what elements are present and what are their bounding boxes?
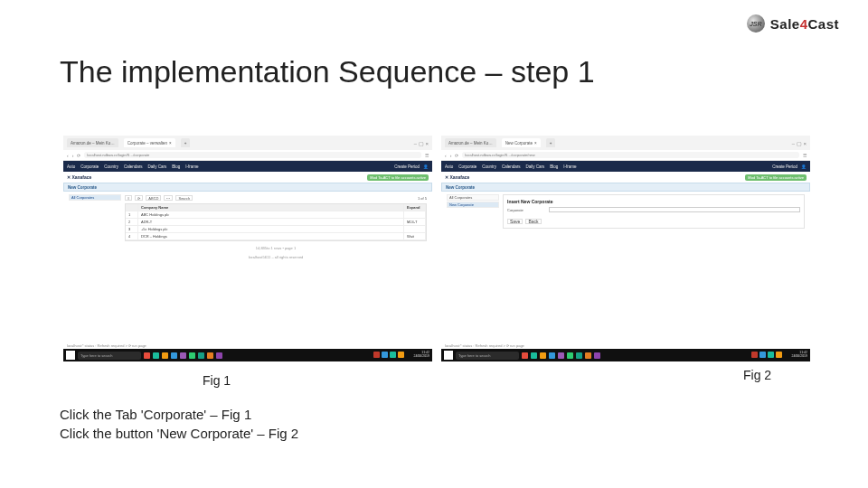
tray-icon[interactable]: [373, 352, 380, 358]
browser-tab-active[interactable]: Corporate – verwalten×: [124, 138, 175, 147]
panel-header[interactable]: New Corporate: [441, 183, 810, 192]
new-tab-button[interactable]: +: [546, 138, 556, 147]
table-row[interactable]: 2 ADR-T M24-T: [126, 219, 426, 226]
start-button[interactable]: [66, 351, 75, 360]
browser-tab[interactable]: Amazon.de – Mein Ko…: [445, 138, 496, 147]
menu-item[interactable]: Daily Cars: [148, 164, 167, 169]
taskbar-icon[interactable]: [144, 352, 150, 359]
menu-item[interactable]: I-frame: [563, 164, 576, 169]
tray-icon[interactable]: [751, 352, 758, 358]
nav-back-icon[interactable]: ‹: [67, 153, 69, 158]
url-input[interactable]: localhost.ndbaw.cc/login/S…/corporate/ne…: [462, 152, 799, 158]
save-button[interactable]: Save: [507, 219, 523, 224]
cell: 4: [126, 233, 138, 239]
nav-fwd-icon[interactable]: ›: [72, 153, 74, 158]
taskbar-icon[interactable]: [594, 352, 600, 359]
tray-icon[interactable]: [382, 352, 388, 358]
taskbar-icon[interactable]: [216, 352, 222, 359]
start-button[interactable]: [444, 351, 453, 360]
tool-btn[interactable]: ⟳: [135, 195, 143, 201]
taskbar-icon[interactable]: [531, 352, 537, 359]
col-expand: Expand: [404, 204, 426, 211]
spacer: [441, 231, 810, 342]
tool-btn[interactable]: ABCD: [146, 195, 161, 201]
menu-item[interactable]: Auto: [445, 164, 453, 169]
browser-tab[interactable]: Amazon.de – Mein Ko…: [67, 138, 118, 147]
create-period-link[interactable]: Create Period: [772, 164, 797, 169]
col-num: [126, 204, 138, 211]
menu-item[interactable]: Country: [482, 164, 496, 169]
sidebar-item-all-corporates[interactable]: All Corporates: [447, 194, 499, 201]
menu-icon[interactable]: ☰: [425, 153, 429, 158]
tool-btn[interactable]: Search: [175, 195, 193, 201]
tab-label: Amazon.de – Mein Ko…: [448, 141, 493, 145]
menu-item[interactable]: Blog: [172, 164, 180, 169]
nav-back-icon[interactable]: ‹: [445, 153, 447, 158]
windows-taskbar: Type here to search 11:42 24/06/2019: [63, 349, 432, 361]
menu-item[interactable]: Blog: [550, 164, 558, 169]
url-input[interactable]: localhost.ndbaw.cc/login/S…/corporate: [84, 152, 421, 158]
menu-item[interactable]: Calendars: [124, 164, 143, 169]
side-tree: All Corporates New Corporate: [447, 194, 499, 229]
menu-item[interactable]: I-frame: [185, 164, 198, 169]
panel-header[interactable]: New Corporate: [63, 183, 432, 192]
taskbar-search[interactable]: Type here to search: [456, 352, 519, 360]
user-icon[interactable]: 👤: [423, 164, 429, 169]
tray-icon[interactable]: [760, 352, 766, 358]
taskbar-search[interactable]: Type here to search: [78, 352, 141, 360]
taskbar-icon[interactable]: [207, 352, 213, 359]
taskbar-icon[interactable]: [576, 352, 582, 359]
new-tab-button[interactable]: +: [181, 138, 191, 147]
table-row[interactable]: 1 ABC Holdings plc: [126, 211, 426, 219]
menu-item[interactable]: Daily Cars: [526, 164, 545, 169]
taskbar-icon[interactable]: [549, 352, 555, 359]
sidebar-item-new-corporate[interactable]: New Corporate: [447, 202, 499, 208]
menu-item[interactable]: Corporate: [458, 164, 476, 169]
tool-btn[interactable]: ≡: [125, 195, 132, 201]
table-row[interactable]: 4 DCR – Holdings Wait: [126, 233, 426, 240]
taskbar-icon[interactable]: [585, 352, 591, 359]
copyright: localhost5611 – all rights reserved: [125, 255, 427, 259]
tray-icon[interactable]: [390, 352, 396, 358]
instructions: Click the Tab 'Corporate' – Fig 1 Click …: [60, 405, 298, 443]
grid-header-row: Company Name Expand: [126, 204, 426, 211]
taskbar-icon[interactable]: [180, 352, 186, 359]
window-controls[interactable]: – ▢ ×: [414, 140, 429, 146]
window-controls[interactable]: – ▢ ×: [792, 140, 807, 146]
brand-cast: Cast: [807, 16, 839, 32]
tray-icon[interactable]: [768, 352, 774, 358]
close-icon[interactable]: ×: [534, 141, 537, 145]
back-button[interactable]: Back: [525, 219, 541, 224]
taskbar-icon[interactable]: [567, 352, 573, 359]
taskbar-icon[interactable]: [558, 352, 564, 359]
tool-btn[interactable]: ⋯: [164, 195, 173, 201]
taskbar-icon[interactable]: [153, 352, 159, 359]
reload-icon[interactable]: ⟳: [455, 153, 458, 158]
desk-status: localhost:* status : Refresh required > …: [63, 342, 432, 349]
nav-fwd-icon[interactable]: ›: [450, 153, 452, 158]
sidebar-item-all-corporates[interactable]: All Corporates: [69, 194, 121, 201]
form-title: Insert New Corporate: [507, 199, 800, 204]
taskbar-icon[interactable]: [522, 352, 528, 359]
menu-item[interactable]: Auto: [67, 164, 75, 169]
create-period-link[interactable]: Create Period: [394, 164, 420, 169]
system-tray: 11:42 24/06/2019: [373, 352, 429, 359]
close-icon[interactable]: ×: [169, 141, 172, 145]
browser-tab-active[interactable]: New Corporate×: [502, 138, 541, 147]
tray-icon[interactable]: [398, 352, 404, 358]
taskbar-icon[interactable]: [171, 352, 177, 359]
taskbar-icon[interactable]: [162, 352, 168, 359]
menu-item[interactable]: Calendars: [502, 164, 521, 169]
corporate-input[interactable]: [549, 207, 800, 212]
reload-icon[interactable]: ⟳: [77, 153, 80, 158]
taskbar-icon[interactable]: [189, 352, 195, 359]
menu-icon[interactable]: ☰: [803, 153, 807, 158]
cell: DCR – Holdings: [138, 233, 404, 239]
menu-item[interactable]: Corporate: [80, 164, 99, 169]
tray-icon[interactable]: [776, 352, 782, 358]
user-icon[interactable]: 👤: [801, 164, 807, 169]
taskbar-icon[interactable]: [540, 352, 546, 359]
menu-item[interactable]: Country: [104, 164, 118, 169]
taskbar-icon[interactable]: [198, 352, 204, 359]
table-row[interactable]: 3 +5c Holdings plc: [126, 226, 426, 233]
